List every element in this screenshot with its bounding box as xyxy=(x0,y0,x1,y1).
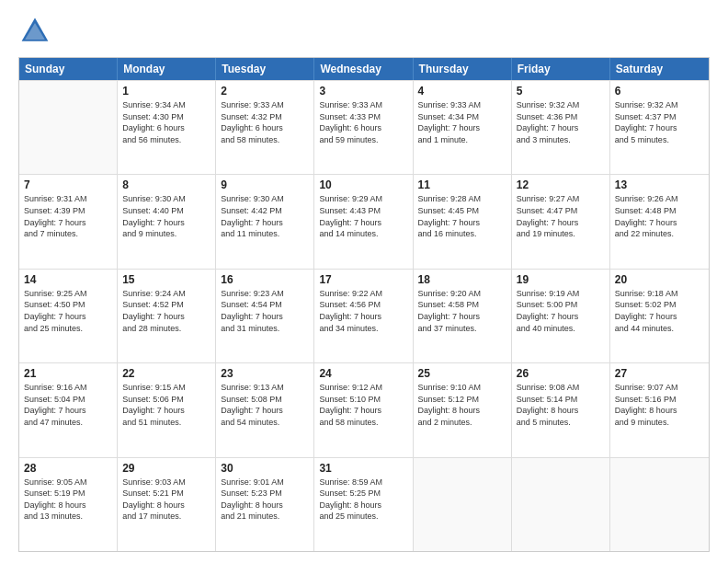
day-number: 30 xyxy=(221,462,309,475)
day-info: Sunrise: 9:12 AM Sunset: 5:10 PM Dayligh… xyxy=(319,382,407,428)
calendar-cell-4-5 xyxy=(512,458,610,551)
calendar-cell-0-5: 5Sunrise: 9:32 AM Sunset: 4:36 PM Daylig… xyxy=(512,81,610,174)
day-number: 25 xyxy=(418,367,506,380)
calendar-row-1: 7Sunrise: 9:31 AM Sunset: 4:39 PM Daylig… xyxy=(19,174,709,268)
day-number: 27 xyxy=(615,367,704,380)
day-info: Sunrise: 9:22 AM Sunset: 4:56 PM Dayligh… xyxy=(319,288,407,334)
calendar-header-thursday: Thursday xyxy=(414,58,512,80)
logo-icon xyxy=(18,15,51,48)
calendar-cell-1-0: 7Sunrise: 9:31 AM Sunset: 4:39 PM Daylig… xyxy=(19,175,118,268)
calendar-header-friday: Friday xyxy=(512,58,610,80)
day-number: 4 xyxy=(418,85,506,98)
day-number: 17 xyxy=(319,273,407,286)
calendar-cell-1-3: 10Sunrise: 9:29 AM Sunset: 4:43 PM Dayli… xyxy=(314,175,413,268)
calendar-cell-2-3: 17Sunrise: 9:22 AM Sunset: 4:56 PM Dayli… xyxy=(314,270,413,362)
calendar-cell-0-1: 1Sunrise: 9:34 AM Sunset: 4:30 PM Daylig… xyxy=(118,81,216,174)
day-info: Sunrise: 9:18 AM Sunset: 5:02 PM Dayligh… xyxy=(615,288,704,334)
calendar-row-3: 21Sunrise: 9:16 AM Sunset: 5:04 PM Dayli… xyxy=(19,362,709,456)
day-number: 2 xyxy=(221,85,309,98)
day-number: 5 xyxy=(517,85,605,98)
day-info: Sunrise: 9:13 AM Sunset: 5:08 PM Dayligh… xyxy=(221,382,309,428)
day-number: 24 xyxy=(319,367,407,380)
day-number: 9 xyxy=(221,178,309,191)
day-info: Sunrise: 9:34 AM Sunset: 4:30 PM Dayligh… xyxy=(122,99,210,145)
day-number: 23 xyxy=(221,367,309,380)
day-info: Sunrise: 9:15 AM Sunset: 5:06 PM Dayligh… xyxy=(122,382,210,428)
day-number: 29 xyxy=(122,462,210,475)
day-info: Sunrise: 8:59 AM Sunset: 5:25 PM Dayligh… xyxy=(319,477,407,523)
day-info: Sunrise: 9:20 AM Sunset: 4:58 PM Dayligh… xyxy=(418,288,506,334)
calendar-cell-2-4: 18Sunrise: 9:20 AM Sunset: 4:58 PM Dayli… xyxy=(414,270,512,362)
day-number: 10 xyxy=(319,178,407,191)
day-number: 31 xyxy=(319,462,407,475)
day-info: Sunrise: 9:28 AM Sunset: 4:45 PM Dayligh… xyxy=(418,193,506,239)
day-number: 13 xyxy=(615,178,704,191)
calendar-cell-3-6: 27Sunrise: 9:07 AM Sunset: 5:16 PM Dayli… xyxy=(610,363,709,456)
day-info: Sunrise: 9:27 AM Sunset: 4:47 PM Dayligh… xyxy=(517,193,605,239)
calendar: SundayMondayTuesdayWednesdayThursdayFrid… xyxy=(18,57,710,552)
calendar-cell-3-2: 23Sunrise: 9:13 AM Sunset: 5:08 PM Dayli… xyxy=(216,363,314,456)
day-info: Sunrise: 9:19 AM Sunset: 5:00 PM Dayligh… xyxy=(517,288,605,334)
day-number: 28 xyxy=(24,462,112,475)
calendar-cell-2-6: 20Sunrise: 9:18 AM Sunset: 5:02 PM Dayli… xyxy=(610,270,709,362)
calendar-cell-1-2: 9Sunrise: 9:30 AM Sunset: 4:42 PM Daylig… xyxy=(216,175,314,268)
calendar-cell-4-2: 30Sunrise: 9:01 AM Sunset: 5:23 PM Dayli… xyxy=(216,458,314,551)
calendar-cell-0-3: 3Sunrise: 9:33 AM Sunset: 4:33 PM Daylig… xyxy=(314,81,413,174)
day-info: Sunrise: 9:05 AM Sunset: 5:19 PM Dayligh… xyxy=(24,477,112,523)
day-info: Sunrise: 9:33 AM Sunset: 4:33 PM Dayligh… xyxy=(319,99,407,145)
calendar-header-wednesday: Wednesday xyxy=(314,58,413,80)
day-number: 19 xyxy=(517,273,605,286)
calendar-body: 1Sunrise: 9:34 AM Sunset: 4:30 PM Daylig… xyxy=(19,80,709,551)
calendar-row-2: 14Sunrise: 9:25 AM Sunset: 4:50 PM Dayli… xyxy=(19,269,709,362)
calendar-cell-4-1: 29Sunrise: 9:03 AM Sunset: 5:21 PM Dayli… xyxy=(118,458,216,551)
day-info: Sunrise: 9:29 AM Sunset: 4:43 PM Dayligh… xyxy=(319,193,407,239)
calendar-header-saturday: Saturday xyxy=(610,58,709,80)
calendar-cell-3-5: 26Sunrise: 9:08 AM Sunset: 5:14 PM Dayli… xyxy=(512,363,610,456)
day-number: 3 xyxy=(319,85,407,98)
day-info: Sunrise: 9:33 AM Sunset: 4:32 PM Dayligh… xyxy=(221,99,309,145)
calendar-cell-3-1: 22Sunrise: 9:15 AM Sunset: 5:06 PM Dayli… xyxy=(118,363,216,456)
calendar-cell-0-2: 2Sunrise: 9:33 AM Sunset: 4:32 PM Daylig… xyxy=(216,81,314,174)
day-number: 14 xyxy=(24,273,112,286)
day-info: Sunrise: 9:31 AM Sunset: 4:39 PM Dayligh… xyxy=(24,193,112,239)
day-number: 1 xyxy=(122,85,210,98)
day-info: Sunrise: 9:30 AM Sunset: 4:40 PM Dayligh… xyxy=(122,193,210,239)
calendar-header-sunday: Sunday xyxy=(19,58,118,80)
calendar-cell-3-0: 21Sunrise: 9:16 AM Sunset: 5:04 PM Dayli… xyxy=(19,363,118,456)
day-info: Sunrise: 9:30 AM Sunset: 4:42 PM Dayligh… xyxy=(221,193,309,239)
day-number: 18 xyxy=(418,273,506,286)
calendar-cell-1-5: 12Sunrise: 9:27 AM Sunset: 4:47 PM Dayli… xyxy=(512,175,610,268)
calendar-cell-1-4: 11Sunrise: 9:28 AM Sunset: 4:45 PM Dayli… xyxy=(414,175,512,268)
day-number: 8 xyxy=(122,178,210,191)
calendar-cell-4-4 xyxy=(414,458,512,551)
day-number: 16 xyxy=(221,273,309,286)
calendar-header-monday: Monday xyxy=(118,58,216,80)
calendar-header-tuesday: Tuesday xyxy=(216,58,314,80)
header xyxy=(18,15,710,48)
calendar-cell-2-2: 16Sunrise: 9:23 AM Sunset: 4:54 PM Dayli… xyxy=(216,270,314,362)
day-info: Sunrise: 9:32 AM Sunset: 4:37 PM Dayligh… xyxy=(615,99,704,145)
calendar-cell-3-4: 25Sunrise: 9:10 AM Sunset: 5:12 PM Dayli… xyxy=(414,363,512,456)
calendar-cell-0-0 xyxy=(19,81,118,174)
day-number: 11 xyxy=(418,178,506,191)
day-info: Sunrise: 9:08 AM Sunset: 5:14 PM Dayligh… xyxy=(517,382,605,428)
calendar-cell-3-3: 24Sunrise: 9:12 AM Sunset: 5:10 PM Dayli… xyxy=(314,363,413,456)
calendar-cell-4-0: 28Sunrise: 9:05 AM Sunset: 5:19 PM Dayli… xyxy=(19,458,118,551)
calendar-cell-1-6: 13Sunrise: 9:26 AM Sunset: 4:48 PM Dayli… xyxy=(610,175,709,268)
calendar-row-0: 1Sunrise: 9:34 AM Sunset: 4:30 PM Daylig… xyxy=(19,80,709,174)
day-info: Sunrise: 9:24 AM Sunset: 4:52 PM Dayligh… xyxy=(122,288,210,334)
day-number: 22 xyxy=(122,367,210,380)
page: SundayMondayTuesdayWednesdayThursdayFrid… xyxy=(0,0,728,563)
day-info: Sunrise: 9:01 AM Sunset: 5:23 PM Dayligh… xyxy=(221,477,309,523)
day-number: 26 xyxy=(517,367,605,380)
calendar-cell-1-1: 8Sunrise: 9:30 AM Sunset: 4:40 PM Daylig… xyxy=(118,175,216,268)
day-info: Sunrise: 9:33 AM Sunset: 4:34 PM Dayligh… xyxy=(418,99,506,145)
calendar-cell-4-6 xyxy=(610,458,709,551)
calendar-cell-2-0: 14Sunrise: 9:25 AM Sunset: 4:50 PM Dayli… xyxy=(19,270,118,362)
day-info: Sunrise: 9:16 AM Sunset: 5:04 PM Dayligh… xyxy=(24,382,112,428)
calendar-cell-4-3: 31Sunrise: 8:59 AM Sunset: 5:25 PM Dayli… xyxy=(314,458,413,551)
day-number: 21 xyxy=(24,367,112,380)
day-info: Sunrise: 9:32 AM Sunset: 4:36 PM Dayligh… xyxy=(517,99,605,145)
day-info: Sunrise: 9:03 AM Sunset: 5:21 PM Dayligh… xyxy=(122,477,210,523)
day-number: 12 xyxy=(517,178,605,191)
